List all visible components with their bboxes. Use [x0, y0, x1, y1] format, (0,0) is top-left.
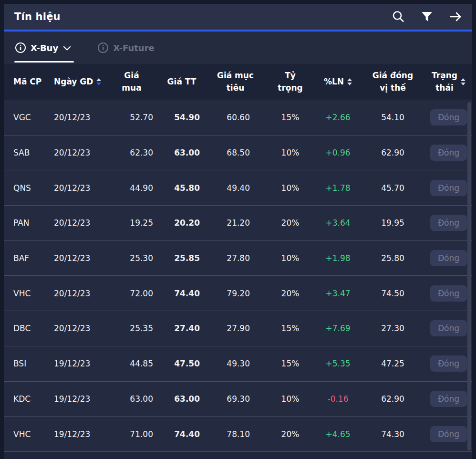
cell-close-price: 62.90 — [361, 394, 425, 404]
market-price: 47.50 — [174, 359, 200, 368]
page-title: Tín hiệu — [14, 11, 61, 22]
cell-stock-code: BAF — [4, 253, 48, 263]
trade-date: 19/12/23 — [54, 394, 90, 404]
trade-date: 19/12/23 — [54, 359, 90, 368]
close-price: 27.30 — [381, 323, 404, 333]
close-position-button[interactable]: Đóng — [430, 355, 467, 372]
table-row: BAF 20/12/23 25.30 25.85 27.80 10% +1.98… — [4, 241, 472, 276]
close-position-button[interactable]: Đóng — [430, 180, 467, 196]
close-price: 62.90 — [381, 148, 404, 157]
target-price: 27.90 — [227, 323, 250, 333]
cell-weight: 10% — [265, 253, 315, 263]
cell-close-price: 19.95 — [361, 218, 425, 228]
cell-buy-price: 44.85 — [105, 359, 158, 368]
close-position-button[interactable]: Đóng — [430, 285, 467, 302]
cell-stock-code: KDC — [4, 394, 48, 404]
stock-code: VHC — [13, 289, 31, 298]
pnl-pct: -0.16 — [328, 394, 349, 404]
info-icon[interactable]: i — [15, 42, 26, 53]
column-label: Tỷ trọng — [278, 70, 302, 94]
pnl-pct: +1.98 — [325, 253, 350, 263]
column-header-date[interactable]: Ngày GD — [48, 76, 105, 88]
column-label: Giá đóng vị thế — [373, 70, 413, 94]
trade-date: 20/12/23 — [54, 148, 90, 157]
weight-pct: 15% — [281, 359, 300, 368]
pnl-pct: +7.69 — [325, 323, 350, 333]
cell-target-price: 49.30 — [206, 359, 265, 368]
cell-pnl-pct: +2.66 — [315, 113, 361, 122]
column-label: %LN — [324, 76, 344, 88]
tab-x-future[interactable]: i X-Future — [98, 31, 155, 64]
stock-code: BSI — [13, 359, 26, 368]
tab-x-buy[interactable]: i X-Buy — [15, 31, 71, 64]
table-header-row: Mã CPNgày GDGiá muaGiá TTGiá mục tiêuTỷ … — [4, 64, 472, 100]
cell-stock-code: DBC — [4, 323, 48, 333]
pnl-pct: +1.78 — [325, 183, 350, 193]
trade-date: 20/12/23 — [54, 253, 90, 263]
close-position-button[interactable]: Đóng — [430, 145, 467, 161]
scrollbar-track[interactable] — [467, 102, 471, 450]
column-header-pnl-pct[interactable]: %LN — [315, 76, 361, 88]
cell-target-price: 79.20 — [206, 289, 265, 298]
close-position-button[interactable]: Đóng — [430, 426, 467, 442]
table-row: PAN 20/12/23 19.25 20.20 21.20 20% +3.64… — [4, 206, 472, 241]
cell-status: Đóng — [425, 215, 472, 231]
info-icon[interactable]: i — [98, 42, 108, 53]
cell-close-price: 47.25 — [361, 359, 425, 368]
cell-market-price: 25.85 — [158, 253, 206, 263]
cell-target-price: 60.60 — [206, 113, 265, 122]
close-price: 45.70 — [381, 183, 404, 193]
pnl-pct: +2.66 — [325, 113, 350, 122]
table-row: KDC 19/12/23 63.00 63.00 69.30 10% -0.16… — [4, 382, 472, 417]
sort-icon[interactable] — [461, 78, 466, 85]
close-price: 47.25 — [381, 359, 404, 368]
column-header-status[interactable]: Trạng thái — [425, 70, 472, 94]
trade-date: 20/12/23 — [54, 289, 90, 298]
close-position-button[interactable]: Đóng — [430, 320, 467, 336]
buy-price: 19.25 — [130, 218, 153, 228]
search-button[interactable] — [390, 9, 406, 25]
buy-price: 63.00 — [130, 394, 153, 404]
sort-down-icon — [347, 83, 352, 85]
close-price: 74.30 — [381, 429, 404, 439]
sort-icon[interactable] — [347, 78, 352, 85]
sort-icon[interactable] — [96, 78, 101, 85]
collapse-panel-button[interactable] — [447, 9, 464, 25]
weight-pct: 10% — [281, 253, 300, 263]
cell-buy-price: 71.00 — [105, 429, 158, 439]
weight-pct: 20% — [281, 218, 300, 228]
target-price: 69.30 — [227, 394, 250, 404]
table-row: SAB 20/12/23 62.30 63.00 68.50 10% +0.96… — [4, 136, 472, 171]
cell-weight: 20% — [265, 218, 315, 228]
buy-price: 25.30 — [130, 253, 153, 263]
tab-label: X-Buy — [31, 43, 58, 53]
cell-target-price: 21.20 — [206, 218, 265, 228]
close-position-button[interactable]: Đóng — [430, 391, 467, 407]
stock-code: VHC — [13, 429, 31, 439]
trade-date: 20/12/23 — [54, 113, 90, 122]
cell-stock-code: BSI — [4, 359, 48, 368]
pnl-pct: +3.47 — [325, 289, 350, 298]
cell-market-price: 27.40 — [158, 323, 206, 333]
cell-buy-price: 63.00 — [105, 394, 158, 404]
close-position-button[interactable]: Đóng — [430, 109, 467, 125]
filter-button[interactable] — [419, 9, 435, 25]
close-price: 62.90 — [381, 394, 404, 404]
cell-buy-price: 44.90 — [105, 183, 158, 193]
target-price: 27.80 — [227, 253, 250, 263]
signals-panel: Tín hiệu i X-Buy — [4, 4, 472, 459]
cell-buy-price: 52.70 — [105, 113, 158, 122]
buy-price: 25.35 — [130, 323, 153, 333]
table-row: VGC 20/12/23 52.70 54.90 60.60 15% +2.66… — [4, 100, 472, 136]
sort-up-icon — [96, 78, 101, 81]
cell-status: Đóng — [425, 109, 472, 125]
column-header-code: Mã CP — [4, 76, 48, 88]
scrollbar-thumb[interactable] — [467, 102, 471, 450]
close-position-button[interactable]: Đóng — [430, 215, 467, 231]
close-position-button[interactable]: Đóng — [430, 250, 467, 266]
cell-stock-code: QNS — [4, 183, 48, 193]
cell-status: Đóng — [425, 285, 472, 302]
cell-weight: 20% — [265, 429, 315, 439]
partial-next-row — [4, 452, 472, 459]
table-row: DBC 20/12/23 25.35 27.40 27.90 15% +7.69… — [4, 311, 472, 346]
